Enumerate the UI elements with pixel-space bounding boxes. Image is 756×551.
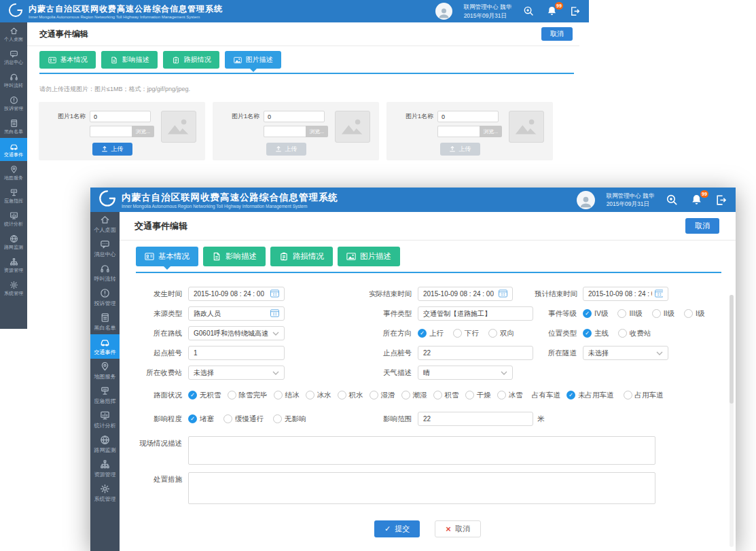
radio-option[interactable]: ✓无积雪	[188, 391, 221, 400]
logout-icon[interactable]	[569, 5, 581, 17]
submit-button[interactable]: ✓ 提交	[374, 520, 420, 537]
radio-option[interactable]: 结冰	[274, 391, 300, 400]
sidebar-item-4[interactable]: 投诉管理	[90, 285, 120, 310]
toll-station-select[interactable]: 未选择	[188, 366, 285, 380]
tab-picture-desc[interactable]: 图片描述	[225, 51, 281, 69]
lane-occupation-radio-group[interactable]: ✓未占用车道占用车道	[566, 391, 673, 400]
browse-button[interactable]: 浏览...	[306, 126, 328, 137]
logout-icon[interactable]	[715, 194, 727, 207]
tab-road-damage[interactable]: 路损情况	[163, 51, 219, 69]
sidebar-item-7[interactable]: 地图服务	[0, 161, 27, 184]
weather-select[interactable]: 晴	[418, 366, 513, 380]
upload-button[interactable]: 上传	[440, 143, 480, 156]
sidebar-item-3[interactable]: 呼叫流转	[90, 261, 120, 285]
radio-option[interactable]: ✓主线	[583, 329, 609, 338]
avatar[interactable]	[577, 191, 595, 209]
sidebar-item-2[interactable]: 消息中心	[90, 236, 120, 261]
image-name-input[interactable]	[437, 111, 499, 122]
radio-option[interactable]: ✓堵塞	[188, 414, 214, 424]
position-type-radio-group[interactable]: ✓主线收费站	[583, 329, 661, 338]
occur-time-input[interactable]: 2015-10-09 08 : 24 : 00	[188, 287, 285, 301]
cancel-button[interactable]: × 取消	[435, 520, 481, 537]
tab-basic-info[interactable]: 基本情况	[39, 51, 96, 69]
start-stake-input[interactable]: 1	[188, 346, 285, 360]
sidebar-item-9[interactable]: 统计分析	[0, 207, 27, 230]
radio-option[interactable]: 潮湿	[401, 391, 427, 400]
radio-option[interactable]: 收费站	[618, 329, 651, 338]
sidebar-item-8[interactable]: 应急指挥	[90, 383, 120, 408]
scrollbar-thumb[interactable]	[730, 295, 734, 404]
sidebar-item-3[interactable]: 呼叫流转	[0, 69, 27, 92]
image-name-input[interactable]	[90, 111, 151, 122]
browse-button[interactable]: 浏览...	[480, 126, 502, 137]
scrollbar[interactable]	[730, 295, 734, 547]
radio-option[interactable]: 积水	[338, 391, 363, 400]
event-type-input[interactable]: 交通管制【道路施工】	[418, 306, 533, 321]
sidebar-item-10[interactable]: 路网监测	[90, 432, 120, 457]
radio-option[interactable]: 除雪完毕	[228, 391, 268, 400]
file-path-input[interactable]	[264, 126, 306, 137]
direction-radio-group[interactable]: ✓上行下行双向	[418, 329, 524, 338]
image-name-input[interactable]	[264, 111, 325, 122]
radio-option[interactable]: ✓上行	[418, 329, 444, 338]
radio-option[interactable]: III级	[617, 309, 642, 319]
sidebar-item-9[interactable]: 统计分析	[90, 408, 120, 432]
sidebar-item-4[interactable]: 投诉管理	[0, 92, 27, 115]
zoom-search-icon[interactable]	[523, 5, 535, 17]
tab-impact-desc[interactable]: 影响描述	[101, 51, 158, 69]
file-path-input[interactable]	[90, 126, 132, 137]
cancel-button-top[interactable]: 取消	[685, 218, 719, 234]
end-stake-input[interactable]: 22	[418, 346, 533, 360]
tab-impact-desc[interactable]: 影响描述	[203, 247, 266, 266]
radio-option[interactable]: 冰水	[306, 391, 331, 400]
radio-option[interactable]: ✓IV级	[583, 309, 608, 319]
radio-option[interactable]: 干燥	[465, 391, 491, 400]
tab-picture-desc[interactable]: 图片描述	[338, 247, 400, 266]
upload-button[interactable]: 上传	[266, 143, 306, 156]
tab-road-damage[interactable]: 路损情况	[270, 247, 333, 266]
radio-option[interactable]: 积雪	[433, 391, 459, 400]
sidebar-item-5[interactable]: 黑白名单	[0, 115, 27, 138]
measures-textarea[interactable]	[188, 472, 655, 504]
radio-option[interactable]: 湿滑	[370, 391, 395, 400]
radio-option[interactable]: 下行	[453, 329, 479, 338]
avatar[interactable]	[435, 3, 452, 20]
tunnel-select[interactable]: 未选择	[583, 346, 668, 360]
cancel-button-top[interactable]: 取消	[541, 27, 573, 41]
sidebar-item-2[interactable]: 消息中心	[0, 46, 27, 69]
impact-degree-radio-group[interactable]: ✓堵塞缓慢通行无影响	[188, 414, 316, 424]
radio-option[interactable]: 双向	[488, 329, 514, 338]
radio-option[interactable]: II级	[652, 309, 674, 319]
sidebar-item-10[interactable]: 路网监测	[0, 230, 27, 253]
upload-button[interactable]: 上传	[92, 143, 132, 156]
route-select[interactable]: G0601呼和浩特绕城高速	[188, 326, 285, 340]
browse-button[interactable]: 浏览...	[132, 126, 154, 137]
radio-option[interactable]: 无影响	[273, 414, 306, 424]
sidebar-item-8[interactable]: 应急指挥	[0, 184, 27, 207]
sidebar-item-12[interactable]: 系统管理	[0, 277, 27, 300]
actual-end-time-input[interactable]: 2015-10-09 08 : 24 : 00	[418, 287, 513, 301]
sidebar-item-6[interactable]: 交通事件	[0, 138, 27, 161]
scene-description-textarea[interactable]	[188, 436, 655, 465]
notification-bell-icon[interactable]: 99	[690, 194, 703, 207]
impact-range-input[interactable]: 22	[418, 412, 533, 426]
radio-option[interactable]: 占用车道	[624, 391, 664, 400]
sidebar-item-7[interactable]: 地图服务	[90, 359, 120, 383]
sidebar-item-1[interactable]: 个人桌面	[90, 212, 120, 236]
sidebar-item-1[interactable]: 个人桌面	[0, 22, 27, 46]
tab-basic-info[interactable]: 基本情况	[136, 247, 198, 266]
sidebar-item-12[interactable]: 系统管理	[90, 481, 120, 505]
notification-bell-icon[interactable]: 99	[546, 5, 558, 17]
radio-option[interactable]: ✓未占用车道	[566, 391, 614, 400]
zoom-search-icon[interactable]	[666, 194, 679, 207]
source-type-input[interactable]: 路政人员	[188, 306, 285, 321]
sidebar-item-5[interactable]: 黑白名单	[90, 310, 120, 334]
road-surface-radio-group[interactable]: ✓无积雪除雪完毕结冰冰水积水湿滑潮湿积雪干燥冰雪	[188, 391, 529, 400]
sidebar-item-6[interactable]: 交通事件	[90, 334, 120, 359]
radio-option[interactable]: I级	[684, 309, 704, 319]
file-path-input[interactable]	[437, 126, 480, 137]
event-level-radio-group[interactable]: ✓IV级III级II级I级	[583, 309, 714, 319]
sidebar-item-11[interactable]: 资源管理	[0, 253, 27, 277]
sidebar-item-11[interactable]: 资源管理	[90, 457, 120, 481]
radio-option[interactable]: 缓慢通行	[223, 414, 264, 424]
